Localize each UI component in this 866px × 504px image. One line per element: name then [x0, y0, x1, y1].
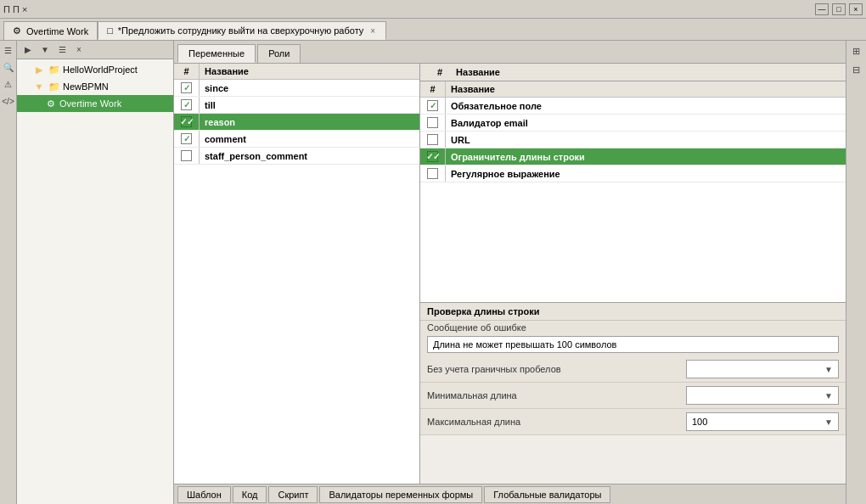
sidebar: ▶ ▼ ☰ × ▶ 📁 HelloWorldProject ▼ 📁 NewBPM…	[17, 41, 174, 504]
search-icon[interactable]: 🔍	[1, 59, 16, 75]
tab-icon-gear: ⚙	[13, 25, 21, 36]
warning-icon[interactable]: ⚠	[1, 76, 16, 92]
val-row-length[interactable]: ✓ Ограничитель длины строки	[420, 148, 846, 165]
tab-main-label: *Предложить сотруднику выйти на сверхуро…	[118, 25, 364, 36]
detail-error-input[interactable]	[427, 336, 839, 353]
val-checkbox-regex[interactable]	[427, 168, 438, 179]
chevron-down-icon-max: ▼	[824, 417, 833, 427]
val-checkbox-email[interactable]	[427, 117, 438, 128]
tab-bar: ⚙ Overtime Work □ *Предложить сотруднику…	[0, 19, 866, 41]
bottom-tab-form-validators[interactable]: Валидаторы переменных формы	[319, 486, 482, 503]
right-icon-strip: ⊞ ⊟	[846, 41, 866, 504]
tab-overtime-work-label: Overtime Work	[26, 26, 88, 36]
detail-max-value: 100	[692, 417, 707, 427]
gear-overtime-icon: ⚙	[44, 97, 58, 110]
validators-panel: # Название # Название	[420, 64, 846, 484]
val-name-email: Валидатор email	[446, 115, 846, 131]
bottom-tab-code[interactable]: Код	[233, 486, 267, 503]
val-checkbox-length[interactable]: ✓	[427, 151, 438, 162]
sidebar-item-newbpmn-label: NewBPMN	[63, 81, 109, 92]
tab-roles[interactable]: Роли	[257, 44, 301, 63]
detail-max-select[interactable]: 100 ▼	[686, 412, 839, 431]
bottom-tabs: Шаблон Код Скрипт Валидаторы переменных …	[174, 484, 846, 504]
right-panel: Переменные Роли # Название	[174, 41, 846, 504]
validator-detail-panel: Проверка длины строки Сообщение об ошибк…	[420, 302, 846, 435]
detail-min-label: Минимальная длина	[427, 390, 679, 400]
var-row-reason[interactable]: ✓ reason	[174, 114, 419, 131]
detail-trim-select[interactable]: ▼	[686, 360, 839, 378]
detail-trim-label: Без учета граничных пробелов	[427, 364, 679, 374]
right-icon-grid[interactable]: ⊞	[848, 42, 865, 59]
var-checkbox-comment[interactable]	[181, 133, 192, 144]
folder-newbpmn-icon: 📁	[48, 80, 61, 93]
tab-variables[interactable]: Переменные	[177, 44, 256, 63]
code-icon[interactable]: </>	[1, 93, 16, 109]
val-header-name: Название	[456, 67, 500, 77]
title-bar-text: П Π ×	[3, 4, 812, 14]
val-row-required[interactable]: Обязательное поле	[420, 98, 846, 115]
title-min-btn[interactable]: —	[815, 3, 829, 15]
folder-newbpmn-arrow: ▼	[32, 80, 46, 93]
var-checkbox-since[interactable]	[181, 82, 192, 93]
var-checkbox-staff-comment[interactable]	[181, 150, 192, 161]
bottom-tab-script[interactable]: Скрипт	[268, 486, 318, 503]
var-name-staff-comment: staff_person_comment	[200, 148, 419, 164]
main-area: ☰ 🔍 ⚠ </> ▶ ▼ ☰ × ▶ 📁 HelloWorldProject	[0, 41, 866, 504]
sidebar-menu-btn[interactable]: ☰	[54, 42, 70, 58]
detail-row-trim: Без учета граничных пробелов ▼	[420, 356, 846, 383]
sidebar-item-overtime-label: Overtime Work	[59, 98, 121, 109]
right-icon-minus[interactable]: ⊟	[848, 61, 865, 78]
validators-table-header: # Название	[420, 81, 846, 98]
tab-overtime-work[interactable]: ⚙ Overtime Work	[3, 21, 98, 40]
title-max-btn[interactable]: □	[832, 3, 846, 15]
var-row-since[interactable]: since	[174, 80, 419, 97]
title-bar: П Π × — □ ×	[0, 0, 866, 19]
sidebar-tree: ▶ 📁 HelloWorldProject ▼ 📁 NewBPMN ⚙ Over…	[17, 59, 173, 504]
detail-min-select[interactable]: ▼	[686, 386, 839, 405]
variables-validators-area: # Название since	[174, 64, 846, 484]
bottom-tab-template[interactable]: Шаблон	[177, 486, 231, 503]
val-name-required: Обязательное поле	[446, 98, 846, 114]
menu-icon[interactable]: ☰	[1, 42, 16, 58]
var-name-reason: reason	[200, 115, 419, 130]
val-checkbox-url[interactable]	[427, 134, 438, 145]
var-checkbox-reason[interactable]: ✓	[181, 116, 192, 127]
sidebar-collapse-btn[interactable]: ▼	[37, 42, 53, 58]
var-row-till[interactable]: till	[174, 97, 419, 114]
sidebar-close-btn[interactable]: ×	[71, 42, 87, 58]
sidebar-item-overtime[interactable]: ⚙ Overtime Work	[17, 95, 173, 112]
validators-panel-header: # Название	[420, 64, 846, 81]
var-header-num: #	[174, 64, 200, 79]
content-tabs: Переменные Роли	[174, 41, 846, 64]
val-header-num-col: #	[420, 81, 446, 97]
val-row-regex[interactable]: Регулярное выражение	[420, 165, 846, 182]
bottom-tab-global-validators[interactable]: Глобальные валидаторы	[484, 486, 610, 503]
val-header-name-col: Название	[446, 81, 846, 97]
sidebar-item-newbpmn[interactable]: ▼ 📁 NewBPMN	[17, 78, 173, 95]
var-row-staff-comment[interactable]: staff_person_comment	[174, 148, 419, 165]
val-checkbox-required[interactable]	[427, 100, 438, 111]
chevron-down-icon-min: ▼	[824, 391, 833, 400]
sidebar-expand-btn[interactable]: ▶	[20, 42, 36, 58]
tab-main[interactable]: □ *Предложить сотруднику выйти на сверху…	[98, 21, 386, 40]
sidebar-toolbar: ▶ ▼ ☰ ×	[17, 41, 173, 59]
detail-row-min: Минимальная длина ▼	[420, 383, 846, 409]
detail-row-max: Максимальная длина 100 ▼	[420, 409, 846, 435]
sidebar-item-helloworld[interactable]: ▶ 📁 HelloWorldProject	[17, 61, 173, 78]
var-name-till: till	[200, 98, 419, 113]
variables-table: # Название since	[174, 64, 419, 484]
val-name-url: URL	[446, 132, 846, 148]
tab-close-btn[interactable]: ×	[368, 26, 377, 36]
variables-panel: # Название since	[174, 64, 420, 484]
chevron-down-icon: ▼	[824, 365, 833, 374]
title-close-btn[interactable]: ×	[849, 3, 863, 15]
detail-section-title: Проверка длины строки	[420, 303, 846, 321]
variables-table-header: # Название	[174, 64, 419, 80]
var-checkbox-till[interactable]	[181, 99, 192, 110]
val-row-url[interactable]: URL	[420, 132, 846, 148]
val-row-email[interactable]: Валидатор email	[420, 115, 846, 132]
validators-table: # Название Обязательное поле	[420, 81, 846, 302]
val-header-num: #	[427, 67, 453, 77]
var-row-comment[interactable]: comment	[174, 131, 419, 148]
tab-icon-doc: □	[107, 25, 113, 36]
